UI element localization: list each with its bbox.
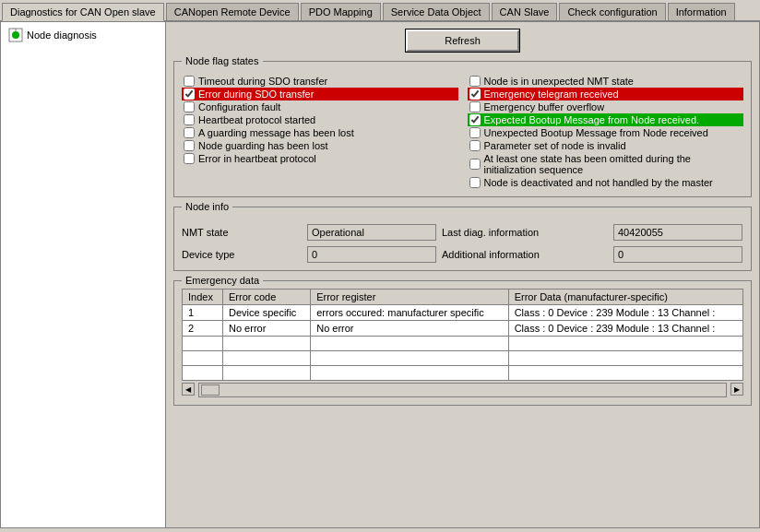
table-cell-index — [183, 366, 223, 381]
scroll-right-arrow[interactable]: ▶ — [730, 383, 743, 396]
flag-config-fault-label: Configuration fault — [198, 101, 280, 112]
flag-node-guarding-lost: Node guarding has been lost — [182, 139, 458, 152]
scroll-left-arrow[interactable]: ◀ — [182, 383, 195, 396]
emergency-table: Index Error code Error register Error Da… — [182, 289, 743, 381]
table-cell-error_data: Class : 0 Device : 239 Module : 13 Chann… — [508, 321, 742, 337]
table-header-row: Index Error code Error register Error Da… — [183, 290, 743, 305]
flag-emergency-telegram: Emergency telegram received — [468, 88, 744, 100]
tab-diagnostics[interactable]: Diagnostics for CAN Open slave — [2, 3, 164, 21]
flag-timeout-sdo: Timeout during SDO transfer — [182, 75, 458, 88]
emergency-data-title: Emergency data — [182, 275, 263, 286]
horizontal-scrollbar[interactable] — [198, 383, 727, 397]
flag-heartbeat-started-checkbox[interactable] — [184, 114, 195, 125]
flag-unexpected-bootup: Unexpected Bootup Message from Node rece… — [468, 126, 744, 139]
table-cell-error_register: No error — [311, 321, 508, 337]
flags-right-col: Node is in unexpected NMT state Emergenc… — [468, 75, 744, 189]
flag-param-invalid-checkbox[interactable] — [469, 140, 481, 151]
flags-left-col: Timeout during SDO transfer Error during… — [182, 75, 458, 189]
tab-bar: Diagnostics for CAN Open slave CANopen R… — [0, 0, 760, 22]
device-type-value[interactable] — [307, 246, 436, 263]
emergency-data-section: Emergency data Index Error code Error re… — [173, 280, 752, 406]
flag-state-omitted-label: At least one state has been omitted duri… — [484, 153, 742, 175]
col-index: Index — [183, 290, 223, 305]
node-info-grid: NMT state Last diag. information Device … — [182, 224, 743, 263]
last-diag-value[interactable] — [613, 224, 742, 241]
flag-node-deactivated: Node is deactivated and not handled by t… — [468, 176, 744, 189]
emergency-table-wrapper: Index Error code Error register Error Da… — [182, 289, 743, 381]
table-cell-error_code — [223, 351, 311, 366]
flag-node-guarding-lost-label: Node guarding has been lost — [198, 140, 328, 151]
table-cell-index — [183, 351, 223, 366]
table-cell-error_code: No error — [223, 321, 311, 337]
flag-expected-bootup-checkbox[interactable] — [469, 114, 481, 125]
scroll-thumb — [201, 384, 220, 396]
flag-state-omitted-checkbox[interactable] — [469, 159, 481, 170]
flag-param-invalid: Parameter set of node is invalid — [468, 139, 744, 152]
table-cell-error_register — [311, 351, 508, 366]
flag-expected-bootup: Expected Bootup Message from Node receiv… — [468, 113, 744, 126]
additional-info-value[interactable] — [613, 246, 742, 263]
table-cell-error_data — [508, 366, 742, 381]
flag-node-deactivated-label: Node is deactivated and not handled by t… — [484, 177, 713, 188]
content-area: Refresh Node flag states Timeout during … — [166, 22, 760, 528]
flag-timeout-sdo-checkbox[interactable] — [184, 76, 195, 87]
tab-check-config[interactable]: Check configuration — [559, 3, 665, 20]
flag-node-guarding-lost-checkbox[interactable] — [184, 140, 195, 151]
table-row: 1Device specificerrors occured: manufact… — [183, 305, 743, 321]
flag-error-heartbeat-label: Error in heartbeat protocol — [198, 153, 316, 164]
node-flags-title: Node flag states — [182, 55, 263, 66]
sidebar-item-label: Node diagnosis — [27, 30, 97, 41]
tab-pdo-mapping[interactable]: PDO Mapping — [301, 3, 381, 20]
table-cell-index — [183, 337, 223, 351]
scrollbar-area: ◀ ▶ — [182, 383, 743, 397]
flag-emergency-buffer: Emergency buffer overflow — [468, 100, 744, 113]
flag-unexpected-nmt-checkbox[interactable] — [469, 76, 481, 87]
flag-config-fault: Configuration fault — [182, 100, 458, 113]
tab-information[interactable]: Information — [668, 3, 735, 20]
table-row — [183, 337, 743, 351]
table-cell-error_code: Device specific — [223, 305, 311, 321]
tab-canopen-remote[interactable]: CANopen Remote Device — [166, 3, 299, 20]
table-cell-error_data: Class : 0 Device : 239 Module : 13 Chann… — [508, 305, 742, 321]
flags-grid: Timeout during SDO transfer Error during… — [182, 75, 743, 189]
col-error-data: Error Data (manufacturer-specific) — [508, 290, 742, 305]
tab-service-data-object[interactable]: Service Data Object — [383, 3, 490, 20]
node-icon — [8, 28, 23, 42]
sidebar-item-node-diagnosis[interactable]: Node diagnosis — [5, 26, 161, 44]
main-container: Node diagnosis Refresh Node flag states … — [0, 22, 760, 528]
flag-error-sdo-label: Error during SDO transfer — [198, 89, 314, 100]
col-error-code: Error code — [223, 290, 311, 305]
flag-guarding-lost-checkbox[interactable] — [184, 127, 195, 138]
table-cell-index: 2 — [183, 321, 223, 337]
table-cell-index: 1 — [183, 305, 223, 321]
flag-emergency-buffer-checkbox[interactable] — [469, 101, 481, 112]
additional-info-label: Additional information — [442, 249, 608, 260]
table-row: 2No errorNo errorClass : 0 Device : 239 … — [183, 321, 743, 337]
table-cell-error_register — [311, 366, 508, 381]
device-type-label: Device type — [182, 249, 302, 260]
node-info-title: Node info — [182, 201, 232, 212]
table-row — [183, 366, 743, 381]
flag-heartbeat-started: Heartbeat protocol started — [182, 113, 458, 126]
flag-expected-bootup-label: Expected Bootup Message from Node receiv… — [484, 114, 700, 125]
flag-error-heartbeat: Error in heartbeat protocol — [182, 152, 458, 165]
nmt-state-value[interactable] — [307, 224, 436, 241]
flag-emergency-telegram-checkbox[interactable] — [469, 89, 481, 100]
flag-unexpected-bootup-checkbox[interactable] — [469, 127, 481, 138]
flag-heartbeat-started-label: Heartbeat protocol started — [198, 114, 315, 125]
flag-error-heartbeat-checkbox[interactable] — [184, 153, 195, 164]
col-error-register: Error register — [311, 290, 508, 305]
tab-can-slave[interactable]: CAN Slave — [492, 3, 558, 20]
refresh-button[interactable]: Refresh — [406, 30, 519, 52]
flag-emergency-telegram-label: Emergency telegram received — [484, 89, 619, 100]
flag-unexpected-nmt: Node is in unexpected NMT state — [468, 75, 744, 88]
flag-node-deactivated-checkbox[interactable] — [469, 177, 481, 188]
table-cell-error_data — [508, 351, 742, 366]
table-cell-error_code — [223, 366, 311, 381]
table-row — [183, 351, 743, 366]
flag-config-fault-checkbox[interactable] — [184, 101, 195, 112]
flag-error-sdo-checkbox[interactable] — [184, 89, 195, 100]
table-cell-error_register: errors occured: manufacturer specific — [311, 305, 508, 321]
flag-param-invalid-label: Parameter set of node is invalid — [484, 140, 626, 151]
node-flags-section: Node flag states Timeout during SDO tran… — [173, 61, 752, 197]
